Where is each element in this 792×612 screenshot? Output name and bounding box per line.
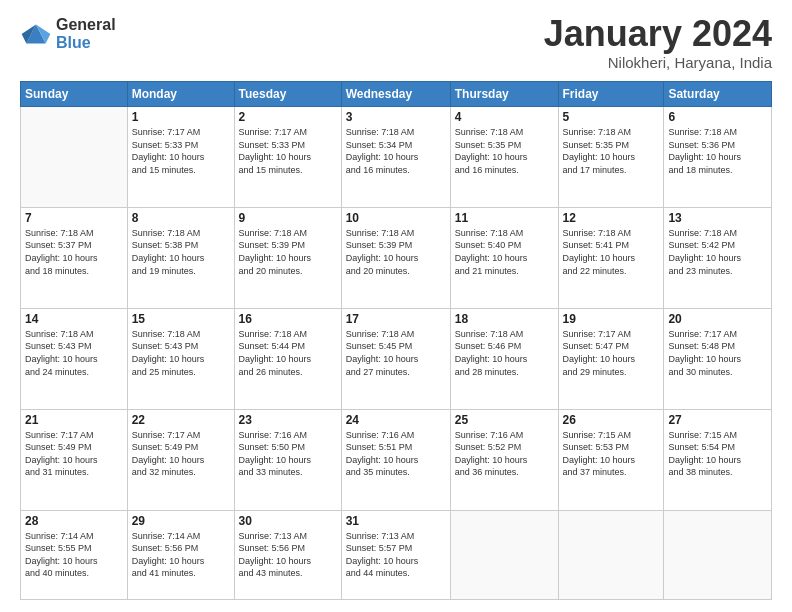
day-info: Sunrise: 7:18 AM Sunset: 5:45 PM Dayligh… [346, 328, 446, 378]
day-info: Sunrise: 7:18 AM Sunset: 5:38 PM Dayligh… [132, 227, 230, 277]
day-info: Sunrise: 7:17 AM Sunset: 5:33 PM Dayligh… [132, 126, 230, 176]
day-number: 30 [239, 514, 337, 528]
day-number: 25 [455, 413, 554, 427]
calendar-cell: 20Sunrise: 7:17 AM Sunset: 5:48 PM Dayli… [664, 308, 772, 409]
calendar-week-4: 28Sunrise: 7:14 AM Sunset: 5:55 PM Dayli… [21, 510, 772, 599]
header-sunday: Sunday [21, 82, 128, 107]
location: Nilokheri, Haryana, India [544, 54, 772, 71]
page: General Blue January 2024 Nilokheri, Har… [0, 0, 792, 612]
day-info: Sunrise: 7:17 AM Sunset: 5:47 PM Dayligh… [563, 328, 660, 378]
calendar-cell: 25Sunrise: 7:16 AM Sunset: 5:52 PM Dayli… [450, 409, 558, 510]
calendar-cell: 10Sunrise: 7:18 AM Sunset: 5:39 PM Dayli… [341, 207, 450, 308]
calendar-cell: 9Sunrise: 7:18 AM Sunset: 5:39 PM Daylig… [234, 207, 341, 308]
day-number: 22 [132, 413, 230, 427]
day-info: Sunrise: 7:18 AM Sunset: 5:37 PM Dayligh… [25, 227, 123, 277]
day-info: Sunrise: 7:18 AM Sunset: 5:34 PM Dayligh… [346, 126, 446, 176]
day-number: 10 [346, 211, 446, 225]
day-info: Sunrise: 7:17 AM Sunset: 5:33 PM Dayligh… [239, 126, 337, 176]
day-number: 4 [455, 110, 554, 124]
calendar-cell: 26Sunrise: 7:15 AM Sunset: 5:53 PM Dayli… [558, 409, 664, 510]
day-info: Sunrise: 7:18 AM Sunset: 5:44 PM Dayligh… [239, 328, 337, 378]
day-info: Sunrise: 7:15 AM Sunset: 5:53 PM Dayligh… [563, 429, 660, 479]
day-info: Sunrise: 7:18 AM Sunset: 5:36 PM Dayligh… [668, 126, 767, 176]
header-wednesday: Wednesday [341, 82, 450, 107]
day-number: 26 [563, 413, 660, 427]
day-number: 6 [668, 110, 767, 124]
day-info: Sunrise: 7:18 AM Sunset: 5:41 PM Dayligh… [563, 227, 660, 277]
calendar-cell: 17Sunrise: 7:18 AM Sunset: 5:45 PM Dayli… [341, 308, 450, 409]
day-info: Sunrise: 7:16 AM Sunset: 5:52 PM Dayligh… [455, 429, 554, 479]
calendar-cell: 11Sunrise: 7:18 AM Sunset: 5:40 PM Dayli… [450, 207, 558, 308]
header-friday: Friday [558, 82, 664, 107]
day-info: Sunrise: 7:17 AM Sunset: 5:49 PM Dayligh… [25, 429, 123, 479]
calendar-week-3: 21Sunrise: 7:17 AM Sunset: 5:49 PM Dayli… [21, 409, 772, 510]
day-info: Sunrise: 7:18 AM Sunset: 5:35 PM Dayligh… [563, 126, 660, 176]
header-saturday: Saturday [664, 82, 772, 107]
day-number: 18 [455, 312, 554, 326]
calendar-cell: 30Sunrise: 7:13 AM Sunset: 5:56 PM Dayli… [234, 510, 341, 599]
day-number: 5 [563, 110, 660, 124]
day-info: Sunrise: 7:18 AM Sunset: 5:43 PM Dayligh… [132, 328, 230, 378]
day-number: 24 [346, 413, 446, 427]
day-number: 19 [563, 312, 660, 326]
day-info: Sunrise: 7:15 AM Sunset: 5:54 PM Dayligh… [668, 429, 767, 479]
day-number: 20 [668, 312, 767, 326]
calendar-cell: 2Sunrise: 7:17 AM Sunset: 5:33 PM Daylig… [234, 107, 341, 208]
calendar-cell: 29Sunrise: 7:14 AM Sunset: 5:56 PM Dayli… [127, 510, 234, 599]
day-info: Sunrise: 7:18 AM Sunset: 5:46 PM Dayligh… [455, 328, 554, 378]
day-info: Sunrise: 7:18 AM Sunset: 5:40 PM Dayligh… [455, 227, 554, 277]
day-info: Sunrise: 7:18 AM Sunset: 5:43 PM Dayligh… [25, 328, 123, 378]
header-tuesday: Tuesday [234, 82, 341, 107]
day-info: Sunrise: 7:18 AM Sunset: 5:39 PM Dayligh… [346, 227, 446, 277]
calendar-cell: 1Sunrise: 7:17 AM Sunset: 5:33 PM Daylig… [127, 107, 234, 208]
day-info: Sunrise: 7:18 AM Sunset: 5:42 PM Dayligh… [668, 227, 767, 277]
calendar-week-0: 1Sunrise: 7:17 AM Sunset: 5:33 PM Daylig… [21, 107, 772, 208]
day-number: 12 [563, 211, 660, 225]
title-block: January 2024 Nilokheri, Haryana, India [544, 16, 772, 71]
logo-icon [20, 18, 52, 50]
calendar-cell: 7Sunrise: 7:18 AM Sunset: 5:37 PM Daylig… [21, 207, 128, 308]
calendar-cell [450, 510, 558, 599]
logo-blue-text: Blue [56, 34, 116, 52]
logo-text: General Blue [56, 16, 116, 51]
day-info: Sunrise: 7:17 AM Sunset: 5:49 PM Dayligh… [132, 429, 230, 479]
day-number: 16 [239, 312, 337, 326]
header-thursday: Thursday [450, 82, 558, 107]
logo: General Blue [20, 16, 116, 51]
day-number: 8 [132, 211, 230, 225]
day-number: 11 [455, 211, 554, 225]
day-number: 1 [132, 110, 230, 124]
day-number: 27 [668, 413, 767, 427]
calendar-week-1: 7Sunrise: 7:18 AM Sunset: 5:37 PM Daylig… [21, 207, 772, 308]
calendar-cell: 4Sunrise: 7:18 AM Sunset: 5:35 PM Daylig… [450, 107, 558, 208]
calendar-header-row: SundayMondayTuesdayWednesdayThursdayFrid… [21, 82, 772, 107]
header-monday: Monday [127, 82, 234, 107]
header: General Blue January 2024 Nilokheri, Har… [20, 16, 772, 71]
calendar-cell: 19Sunrise: 7:17 AM Sunset: 5:47 PM Dayli… [558, 308, 664, 409]
day-number: 31 [346, 514, 446, 528]
day-number: 3 [346, 110, 446, 124]
day-number: 13 [668, 211, 767, 225]
month-title: January 2024 [544, 16, 772, 52]
calendar-cell: 28Sunrise: 7:14 AM Sunset: 5:55 PM Dayli… [21, 510, 128, 599]
day-info: Sunrise: 7:17 AM Sunset: 5:48 PM Dayligh… [668, 328, 767, 378]
day-number: 23 [239, 413, 337, 427]
day-number: 14 [25, 312, 123, 326]
day-number: 2 [239, 110, 337, 124]
calendar-cell: 14Sunrise: 7:18 AM Sunset: 5:43 PM Dayli… [21, 308, 128, 409]
day-info: Sunrise: 7:16 AM Sunset: 5:50 PM Dayligh… [239, 429, 337, 479]
logo-general-text: General [56, 16, 116, 34]
calendar-table: SundayMondayTuesdayWednesdayThursdayFrid… [20, 81, 772, 600]
calendar-cell: 31Sunrise: 7:13 AM Sunset: 5:57 PM Dayli… [341, 510, 450, 599]
calendar-cell: 5Sunrise: 7:18 AM Sunset: 5:35 PM Daylig… [558, 107, 664, 208]
day-info: Sunrise: 7:18 AM Sunset: 5:39 PM Dayligh… [239, 227, 337, 277]
calendar-cell: 16Sunrise: 7:18 AM Sunset: 5:44 PM Dayli… [234, 308, 341, 409]
day-number: 9 [239, 211, 337, 225]
day-info: Sunrise: 7:16 AM Sunset: 5:51 PM Dayligh… [346, 429, 446, 479]
calendar-cell: 15Sunrise: 7:18 AM Sunset: 5:43 PM Dayli… [127, 308, 234, 409]
calendar-cell: 22Sunrise: 7:17 AM Sunset: 5:49 PM Dayli… [127, 409, 234, 510]
calendar-cell: 21Sunrise: 7:17 AM Sunset: 5:49 PM Dayli… [21, 409, 128, 510]
day-number: 7 [25, 211, 123, 225]
calendar-cell [558, 510, 664, 599]
calendar-cell: 18Sunrise: 7:18 AM Sunset: 5:46 PM Dayli… [450, 308, 558, 409]
